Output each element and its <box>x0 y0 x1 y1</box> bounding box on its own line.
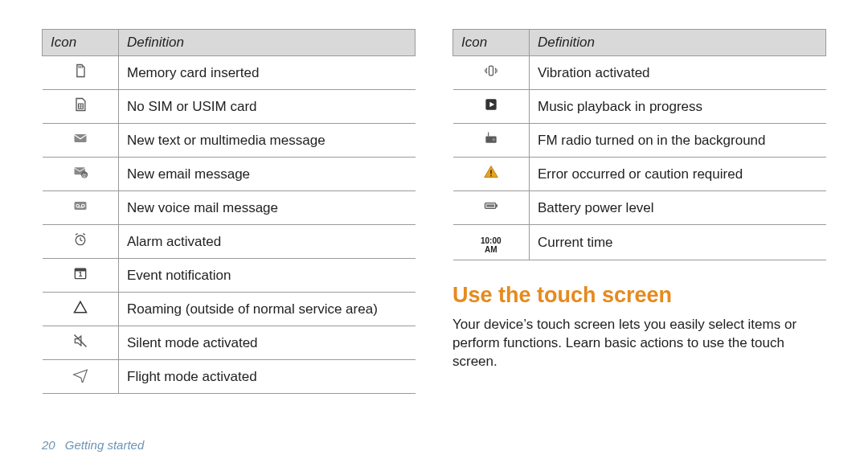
table-row: New text or multimedia message <box>43 124 416 158</box>
table-row: 1 Event notification <box>43 259 416 293</box>
svg-text:1: 1 <box>78 270 82 278</box>
svg-rect-29 <box>490 175 492 177</box>
table-row: Vibration activated <box>453 56 826 90</box>
definition-cell: Event notification <box>119 259 416 293</box>
svg-rect-32 <box>496 204 497 207</box>
definition-cell: Memory card inserted <box>119 56 416 90</box>
definition-cell: Alarm activated <box>119 225 416 259</box>
page-content: Icon Definition Memory card inserted No … <box>0 0 868 394</box>
svg-line-17 <box>76 234 78 236</box>
svg-rect-23 <box>489 66 493 76</box>
definition-cell: Music playback in progress <box>530 90 826 124</box>
definition-cell: Flight mode activated <box>119 360 416 394</box>
chapter-name: Getting started <box>65 438 144 452</box>
sim-card-icon <box>71 96 90 113</box>
alarm-clock-icon <box>71 231 90 248</box>
section-heading: Use the touch screen <box>452 283 826 308</box>
table-row: Flight mode activated <box>43 360 416 394</box>
svg-rect-31 <box>486 204 494 207</box>
voicemail-icon <box>71 198 90 214</box>
icon-definition-table-right: Icon Definition Vibration activated Musi… <box>452 29 826 260</box>
definition-cell: Silent mode activated <box>119 326 416 360</box>
table-row: Alarm activated <box>43 225 416 259</box>
definition-cell: New email message <box>119 158 416 191</box>
battery-icon <box>481 198 501 214</box>
roaming-triangle-icon <box>71 299 90 315</box>
table-row: Silent mode activated <box>43 326 416 360</box>
table-row: @ New email message <box>43 158 416 191</box>
definition-cell: No SIM or USIM card <box>119 90 416 124</box>
svg-rect-6 <box>74 134 86 142</box>
svg-rect-0 <box>78 66 79 68</box>
table-header-icon: Icon <box>453 30 530 56</box>
calendar-event-icon: 1 <box>71 265 90 281</box>
svg-rect-28 <box>490 170 492 174</box>
page-footer: 20 Getting started <box>42 438 144 452</box>
page-number: 20 <box>42 438 55 452</box>
airplane-icon <box>71 367 90 383</box>
table-row: Music playback in progress <box>453 90 826 124</box>
table-header-definition: Definition <box>119 30 416 56</box>
table-row: New voice mail message <box>43 191 416 225</box>
table-header-icon: Icon <box>43 30 119 56</box>
table-row: FM radio turned on in the background <box>453 124 826 158</box>
svg-line-18 <box>83 234 85 236</box>
table-row: 10:00 AM Current time <box>453 225 826 260</box>
definition-cell: FM radio turned on in the background <box>530 124 826 158</box>
section-body: Your device’s touch screen lets you easi… <box>452 316 826 371</box>
definition-cell: New text or multimedia message <box>119 124 416 158</box>
left-column: Icon Definition Memory card inserted No … <box>42 29 416 394</box>
silent-mode-icon <box>71 333 90 349</box>
table-row: Battery power level <box>453 191 826 225</box>
definition-cell: Battery power level <box>530 191 826 225</box>
definition-cell: Error occurred or caution required <box>530 158 826 191</box>
table-row: No SIM or USIM card <box>43 90 416 124</box>
envelope-at-icon: @ <box>71 164 90 180</box>
radio-icon <box>481 130 501 146</box>
right-column: Icon Definition Vibration activated Musi… <box>452 29 826 394</box>
svg-rect-2 <box>81 66 82 68</box>
definition-cell: Vibration activated <box>530 56 826 90</box>
sd-card-icon <box>71 63 90 79</box>
clock-text-icon: 10:00 AM <box>481 237 501 253</box>
table-header-definition: Definition <box>530 30 826 56</box>
definition-cell: Current time <box>530 225 826 260</box>
definition-cell: New voice mail message <box>119 191 416 225</box>
svg-text:@: @ <box>82 173 87 178</box>
warning-icon <box>481 164 501 180</box>
svg-rect-1 <box>80 66 80 68</box>
table-row: Roaming (outside of normal service area) <box>43 293 416 326</box>
play-square-icon <box>481 96 501 113</box>
icon-definition-table-left: Icon Definition Memory card inserted No … <box>42 29 416 394</box>
vibration-icon <box>481 63 501 79</box>
svg-point-26 <box>492 138 495 141</box>
svg-line-16 <box>80 240 83 241</box>
envelope-icon <box>71 130 90 146</box>
definition-cell: Roaming (outside of normal service area) <box>119 293 416 326</box>
table-row: Memory card inserted <box>43 56 416 90</box>
table-row: Error occurred or caution required <box>453 158 826 191</box>
